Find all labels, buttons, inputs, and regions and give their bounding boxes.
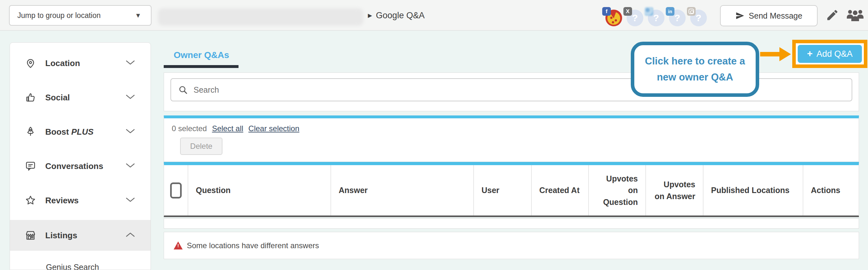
- chevron-down-icon: [125, 128, 135, 135]
- plus-icon: +: [807, 48, 813, 59]
- jump-dropdown-label: Jump to group or location: [17, 11, 101, 20]
- instagram-profile-avatar[interactable]: ?: [690, 10, 707, 26]
- column-header-upvotes-on-answer[interactable]: Upvotes on Answer: [646, 165, 703, 215]
- star-icon: [24, 195, 37, 206]
- active-tab-indicator: [164, 65, 239, 68]
- empty-table-row: [164, 218, 859, 229]
- storefront-icon: [24, 230, 37, 241]
- chevron-down-icon: [125, 163, 135, 170]
- breadcrumb-arrow-icon: ▶: [368, 12, 372, 19]
- sidebar-item-conversations[interactable]: Conversations: [10, 151, 151, 181]
- add-qa-button[interactable]: + Add Q&A: [798, 45, 862, 63]
- tutorial-callout-bubble: Click here to create a new owner Q&A: [631, 42, 759, 97]
- selected-count: 0 selected: [172, 124, 207, 133]
- column-header-published-locations[interactable]: Published Locations: [703, 165, 803, 215]
- annotation-highlight-frame: + Add Q&A: [792, 40, 867, 68]
- add-qa-label: Add Q&A: [816, 49, 852, 59]
- chevron-down-icon: [125, 60, 135, 67]
- social-profile-avatars: f X ? ? in ? ?: [606, 10, 707, 26]
- x-twitter-icon: X: [623, 7, 632, 16]
- send-message-label: Send Message: [749, 11, 803, 21]
- rocket-icon: [24, 126, 37, 138]
- redacted-location-name: [158, 8, 363, 26]
- column-header-answer[interactable]: Answer: [331, 165, 474, 215]
- edit-pencil-icon[interactable]: [826, 8, 839, 23]
- plus-tier-badge: PLUS: [71, 127, 93, 137]
- column-header-created-at[interactable]: Created At: [532, 165, 589, 215]
- column-header-upvotes-on-question[interactable]: Upvotes on Question: [589, 165, 646, 215]
- sidebar-item-reviews[interactable]: Reviews: [10, 185, 151, 216]
- delete-button[interactable]: Delete: [180, 138, 222, 155]
- chevron-down-icon: [125, 94, 135, 101]
- annotation-arrow: [760, 52, 781, 57]
- facebook-profile-avatar[interactable]: f: [606, 10, 622, 26]
- select-all-checkbox-cell: [164, 165, 188, 215]
- header-checkbox[interactable]: [170, 182, 182, 199]
- warning-message: Some locations have different answers: [187, 241, 319, 250]
- column-header-actions[interactable]: Actions: [803, 165, 859, 215]
- instagram-icon: [687, 7, 695, 16]
- select-all-link[interactable]: Select all: [212, 124, 243, 133]
- sidebar-item-label: Location: [45, 58, 125, 68]
- warning-triangle-icon: !: [174, 241, 183, 249]
- sidebar-item-boost-plus[interactable]: Boost PLUS: [10, 116, 151, 147]
- chevron-down-icon: [125, 197, 135, 204]
- thumbs-up-icon: [24, 92, 37, 103]
- warning-row: ! Some locations have different answers: [164, 232, 859, 259]
- callout-line-1: Click here to create a: [645, 53, 745, 69]
- column-header-question[interactable]: Question: [188, 165, 331, 215]
- paper-plane-icon: [736, 11, 744, 20]
- callout-line-2: new owner Q&A: [657, 69, 733, 85]
- blurred-profile-avatar[interactable]: ?: [648, 10, 664, 26]
- linkedin-icon: in: [666, 7, 675, 16]
- search-icon: [178, 85, 188, 95]
- sidebar-item-social[interactable]: Social: [10, 82, 151, 113]
- sidebar-item-label: Conversations: [45, 161, 125, 171]
- chevron-up-icon: [125, 232, 135, 239]
- top-bar: Jump to group or location ▼ ▶ Google Q&A…: [0, 0, 868, 31]
- sidebar-navigation: Location Social Boost PLUS Conversations…: [10, 42, 151, 270]
- linkedin-profile-avatar[interactable]: in ?: [669, 10, 686, 26]
- dropdown-caret-icon: ▼: [135, 12, 141, 19]
- breadcrumb: ▶ Google Q&A: [368, 0, 425, 31]
- sidebar-item-label: Listings: [45, 231, 125, 240]
- selection-toolbar: 0 selected Select all Clear selection De…: [164, 115, 859, 162]
- blurred-social-icon: [645, 7, 653, 16]
- sidebar-item-label: Reviews: [45, 196, 125, 206]
- users-group-icon[interactable]: [846, 8, 864, 23]
- sidebar-subitem-genius-search[interactable]: Genius Search: [46, 263, 99, 270]
- send-message-button[interactable]: Send Message: [720, 5, 817, 26]
- breadcrumb-current-page: Google Q&A: [376, 10, 425, 21]
- tab-owner-qas[interactable]: Owner Q&As: [174, 50, 229, 60]
- sidebar-item-listings[interactable]: Listings: [10, 220, 151, 251]
- map-pin-icon: [24, 57, 37, 69]
- chat-bubble-icon: [24, 160, 37, 172]
- annotation-arrow-head: [779, 47, 791, 61]
- x-profile-avatar[interactable]: X ?: [627, 10, 643, 26]
- column-header-user[interactable]: User: [474, 165, 532, 215]
- qa-table-header: Question Answer User Created At Upvotes …: [164, 162, 859, 217]
- jump-to-group-dropdown[interactable]: Jump to group or location ▼: [9, 5, 152, 26]
- facebook-icon: f: [602, 7, 611, 16]
- clear-selection-link[interactable]: Clear selection: [248, 124, 300, 133]
- sidebar-item-location[interactable]: Location: [10, 48, 151, 78]
- sidebar-item-label: Social: [45, 93, 125, 103]
- sidebar-item-label: Boost PLUS: [45, 127, 125, 137]
